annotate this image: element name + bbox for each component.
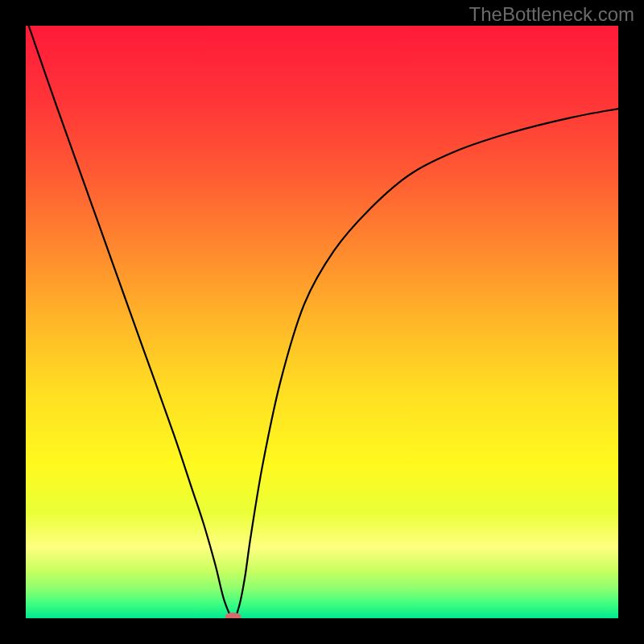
gradient-background: [26, 26, 618, 618]
chart-canvas: [26, 26, 618, 618]
bottleneck-chart: [26, 26, 618, 618]
attribution-text: TheBottleneck.com: [469, 3, 634, 26]
